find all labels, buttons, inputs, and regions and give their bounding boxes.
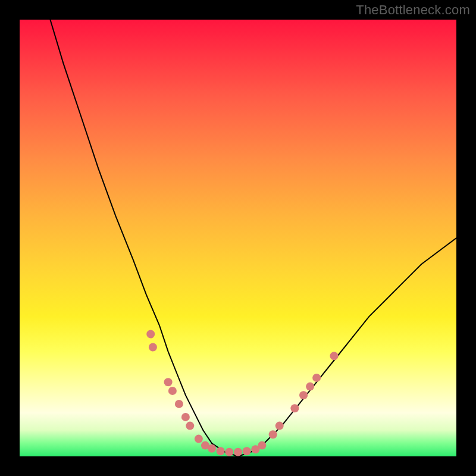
data-point [195, 435, 203, 443]
data-point [175, 400, 183, 408]
data-point [186, 422, 194, 430]
data-point [164, 378, 173, 386]
curve-path [50, 20, 456, 456]
curve-layer [50, 20, 456, 456]
data-point [208, 444, 216, 453]
data-point [146, 330, 155, 339]
data-point [243, 447, 251, 455]
data-point [225, 448, 233, 456]
data-point [149, 343, 157, 352]
data-point [269, 430, 277, 439]
data-point [234, 448, 242, 456]
data-point [306, 383, 314, 391]
marker-layer [146, 330, 338, 456]
data-point [299, 391, 308, 399]
data-point [330, 352, 339, 360]
data-point [275, 422, 284, 430]
chart-frame: TheBottleneck.com [0, 0, 476, 476]
plot-area [20, 20, 456, 456]
data-point [217, 447, 225, 455]
data-point [168, 387, 177, 395]
chart-svg [20, 20, 456, 456]
data-point [181, 413, 190, 421]
data-point [290, 404, 299, 412]
watermark-text: TheBottleneck.com [356, 2, 470, 18]
data-point [258, 441, 266, 450]
data-point [312, 374, 321, 382]
